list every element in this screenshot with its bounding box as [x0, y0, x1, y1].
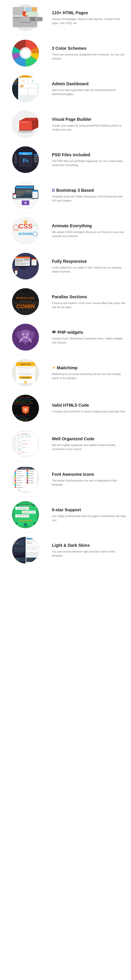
svg-text:142: 142 — [22, 80, 25, 82]
feature-image-skins — [4, 536, 47, 564]
svg-point-133 — [37, 290, 37, 290]
responsive-svg — [4, 252, 47, 280]
svg-rect-86 — [13, 194, 16, 195]
php-widgets-svg: PHP — [4, 323, 47, 351]
svg-rect-152 — [18, 369, 30, 370]
feature-item-psd-files: Adobe Ps — [0, 142, 131, 178]
svg-text:<!-- Content -->: <!-- Content --> — [18, 440, 30, 441]
svg-rect-219 — [14, 479, 16, 481]
feature-item-php-widgets: PHP 👁PHP widgets Contact Form, MailChimp… — [0, 320, 131, 355]
feature-content-parallax: Parallax Sections Famous and modern 'mus… — [52, 294, 127, 309]
svg-rect-15 — [26, 12, 37, 16]
svg-rect-293 — [26, 554, 35, 555]
svg-rect-76 — [16, 190, 24, 194]
svg-rect-61 — [14, 161, 17, 162]
feature-title-support: 5-star Support — [52, 507, 127, 512]
svg-rect-62 — [14, 162, 17, 163]
svg-rect-111 — [15, 264, 26, 265]
svg-rect-211 — [14, 470, 16, 472]
svg-rect-77 — [25, 190, 33, 192]
svg-rect-66 — [34, 158, 38, 159]
svg-rect-11 — [30, 17, 36, 21]
feature-item-animate: CSS animate Animate Everything We added … — [0, 213, 131, 248]
feature-content-organized-code: Well Organized Code We thoroughly organi… — [52, 436, 127, 451]
feature-desc-bootstrap: Template built with Twitter Bootstrap CS… — [52, 194, 127, 203]
svg-rect-289 — [32, 547, 38, 548]
svg-rect-65 — [34, 156, 38, 157]
feature-content-admin-dashboard: Admin Dashboard Start your web applicati… — [52, 81, 127, 96]
svg-text:7: 7 — [14, 443, 14, 444]
mailchimp-icon: ✦ — [52, 366, 56, 370]
svg-rect-237 — [27, 479, 28, 481]
feature-item-html-pages: 5 HTML PAGES 110+ HTML Pages Various Hom… — [0, 0, 131, 35]
svg-point-57 — [15, 154, 16, 155]
svg-rect-153 — [18, 371, 31, 371]
svg-rect-223 — [14, 484, 16, 486]
feature-item-parallax: PARALLAX SCROLLING COMIN — [0, 284, 131, 320]
svg-point-130 — [22, 293, 23, 294]
feature-desc-color-schemes: There are several pre-designed color sch… — [52, 52, 127, 61]
svg-text:fa-search: fa-search — [17, 482, 22, 484]
svg-rect-13 — [26, 8, 31, 11]
svg-rect-14 — [32, 8, 37, 11]
svg-text:fa-star: fa-star — [17, 477, 21, 479]
svg-rect-294 — [26, 558, 38, 562]
svg-text:fa-heart: fa-heart — [17, 480, 21, 481]
svg-text:fa-cloud: fa-cloud — [29, 477, 34, 479]
svg-rect-74 — [16, 186, 34, 188]
svg-rect-288 — [27, 547, 31, 550]
svg-text:<!-- </div> -->: <!-- </div> --> — [18, 452, 29, 453]
svg-text:<div: <div — [18, 434, 21, 436]
svg-rect-107 — [15, 259, 23, 262]
svg-rect-275 — [18, 549, 22, 550]
feature-item-font-awesome: Application Icons fa-home fa-user fa-env… — [0, 461, 131, 497]
feature-title-html5-valid: Valid HTML5 Code — [52, 402, 127, 408]
feature-item-bootstrap: B BBootstrap 3 Based Template built with… — [0, 178, 131, 213]
feature-item-admin-dashboard: 142 87 Admin Dashboard Start your web ap… — [0, 71, 131, 107]
svg-text:.class { color: #fff; }: .class { color: #fff; } — [13, 414, 31, 416]
svg-text:</div >: </div > — [18, 450, 23, 451]
feature-title-psd-files: PSD Files included — [52, 152, 127, 158]
svg-rect-273 — [13, 547, 18, 550]
svg-rect-296 — [27, 560, 31, 560]
feature-desc-font-awesome: The entire FontAwesome icon set is integ… — [52, 479, 127, 487]
feature-content-animate: Animate Everything We added CSS3 animati… — [52, 223, 127, 238]
feature-image-psd-files: Adobe Ps — [4, 146, 47, 173]
feature-desc-skins: You can choose between light and dark sk… — [52, 549, 127, 558]
svg-rect-109 — [23, 261, 29, 261]
feature-image-visual-builder — [4, 110, 47, 138]
svg-text:9: 9 — [14, 446, 14, 448]
feature-image-font-awesome: Application Icons fa-home fa-user fa-env… — [4, 465, 47, 493]
svg-rect-60 — [14, 159, 17, 160]
svg-text:fa-flag: fa-flag — [29, 480, 33, 481]
svg-rect-213 — [14, 473, 16, 474]
feature-image-html-pages: 5 HTML PAGES — [4, 4, 47, 32]
feature-content-color-schemes: 3 Color Schemes There are several pre-de… — [52, 46, 127, 61]
feature-image-html5-valid: <html><head></head> <body><div class="wr… — [4, 395, 47, 422]
svg-rect-295 — [27, 558, 33, 559]
svg-text:PARALLAX: PARALLAX — [16, 296, 35, 299]
svg-rect-25 — [13, 78, 17, 78]
feature-title-html-pages: 110+ HTML Pages — [52, 10, 127, 15]
feature-content-visual-builder: Visual Page Builder Create your pages by… — [52, 117, 127, 132]
feature-image-organized-code: 1 2 3 4 5 6 7 8 9 10 <!-- Homepage --> <… — [4, 430, 47, 458]
svg-text:COMIN: COMIN — [16, 303, 35, 310]
svg-text:fa-phone: fa-phone — [29, 471, 34, 472]
svg-text:<div>: <div> — [18, 445, 21, 446]
feature-desc-psd-files: The PSD files are perfectly organized, s… — [52, 159, 127, 167]
svg-rect-23 — [12, 75, 18, 102]
svg-text:Application Icons: Application Icons — [21, 468, 30, 469]
svg-text:fa-cog: fa-cog — [17, 484, 21, 486]
svg-text:✉: ✉ — [25, 382, 26, 383]
svg-text:👤: 👤 — [24, 524, 27, 526]
feature-content-bootstrap: BBootstrap 3 Based Template built with T… — [52, 188, 127, 203]
svg-text:fa-music: fa-music — [29, 482, 34, 484]
svg-text:<!--Thank You Visi: <!--Thank You Visi — [18, 436, 31, 438]
svg-text:NEWSLETTER: NEWSLETTER — [21, 364, 30, 365]
feature-title-animate: Animate Everything — [52, 223, 127, 228]
svg-point-131 — [30, 291, 30, 291]
svg-text:87: 87 — [32, 80, 34, 82]
svg-point-143 — [27, 334, 29, 335]
feature-title-responsive: Fully Responsive — [52, 259, 127, 264]
svg-text:fa-home: fa-home — [17, 471, 22, 472]
